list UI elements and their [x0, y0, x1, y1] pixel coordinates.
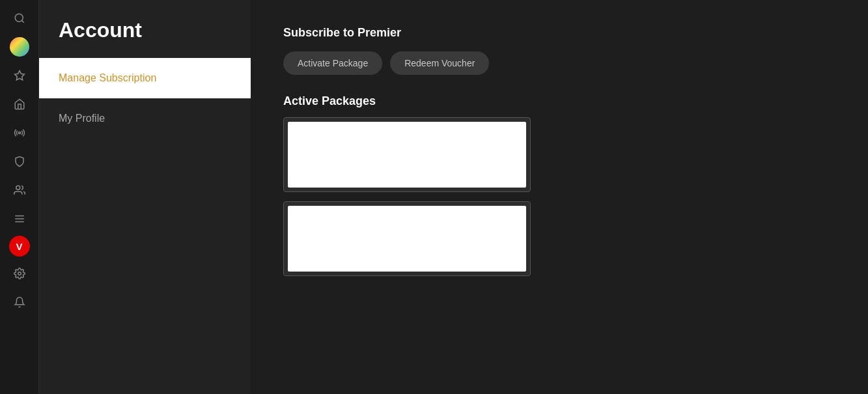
action-buttons: Activate Package Redeem Voucher [283, 51, 835, 75]
people-icon[interactable] [8, 178, 31, 202]
svg-point-4 [16, 186, 20, 190]
avatar-icon[interactable] [8, 35, 31, 59]
search-icon[interactable] [8, 7, 31, 30]
package-card-2 [283, 201, 531, 276]
settings-icon[interactable] [8, 262, 31, 285]
home-icon[interactable] [8, 92, 31, 116]
package-card-2-inner [288, 206, 526, 272]
svg-point-8 [18, 272, 21, 275]
svg-line-1 [21, 20, 23, 22]
redeem-voucher-button[interactable]: Redeem Voucher [390, 51, 489, 75]
sidebar: V [0, 0, 39, 394]
package-card-1-inner [288, 122, 526, 188]
shield-icon[interactable] [8, 150, 31, 173]
radio-icon[interactable] [8, 121, 31, 145]
svg-point-0 [15, 14, 23, 21]
package-card-1 [283, 117, 531, 192]
layers-icon[interactable] [8, 207, 31, 231]
left-panel: Account Manage Subscription My Profile [39, 0, 251, 394]
page-title: Account [39, 0, 251, 58]
nav-item-manage-subscription[interactable]: Manage Subscription [39, 58, 251, 98]
vimeo-icon[interactable]: V [9, 236, 30, 257]
activate-package-button[interactable]: Activate Package [283, 51, 382, 75]
svg-point-3 [18, 132, 20, 134]
subscribe-title: Subscribe to Premier [283, 26, 835, 40]
active-packages-title: Active Packages [283, 94, 835, 108]
main-content: Subscribe to Premier Activate Package Re… [251, 0, 868, 394]
nav-item-my-profile[interactable]: My Profile [39, 98, 251, 139]
star-icon[interactable] [8, 64, 31, 87]
bell-icon[interactable] [8, 290, 31, 314]
svg-marker-2 [14, 71, 24, 80]
